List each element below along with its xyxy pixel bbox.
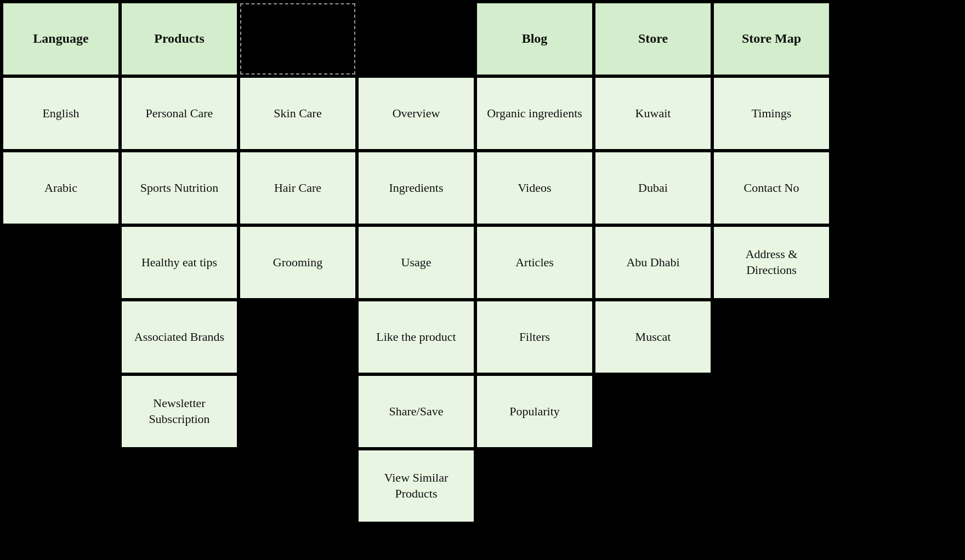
cell-empty-r6c7 bbox=[714, 450, 829, 522]
cell-sports-nutrition[interactable]: Sports Nutrition bbox=[122, 152, 237, 224]
header-store-map[interactable]: Store Map bbox=[714, 3, 829, 75]
cell-usage[interactable]: Usage bbox=[359, 227, 474, 298]
cell-contact-no[interactable]: Contact No bbox=[714, 152, 829, 224]
cell-grooming[interactable]: Grooming bbox=[240, 227, 355, 298]
cell-empty-r4c7 bbox=[714, 301, 829, 373]
cell-empty-r6c3 bbox=[240, 450, 355, 522]
cell-like-the-product[interactable]: Like the product bbox=[359, 301, 474, 373]
cell-associated-brands[interactable]: Associated Brands bbox=[122, 301, 237, 373]
header-blog[interactable]: Blog bbox=[477, 3, 592, 75]
cell-organic-ingredients[interactable]: Organic ingredients bbox=[477, 78, 592, 149]
cell-newsletter-subscription[interactable]: Newsletter Subscription bbox=[122, 376, 237, 447]
cell-empty-r6c6 bbox=[595, 450, 711, 522]
cell-empty-r5c1 bbox=[3, 376, 118, 447]
cell-empty-r6c1 bbox=[3, 450, 118, 522]
nav-sitemap-grid: Language Products Blog Store Store Map E… bbox=[0, 0, 965, 525]
cell-empty-r3c1 bbox=[3, 227, 118, 298]
header-dropdown-indicator bbox=[240, 3, 355, 75]
cell-popularity[interactable]: Popularity bbox=[477, 376, 592, 447]
cell-overview[interactable]: Overview bbox=[359, 78, 474, 149]
cell-kuwait[interactable]: Kuwait bbox=[595, 78, 711, 149]
cell-empty-r6c5 bbox=[477, 450, 592, 522]
cell-english[interactable]: English bbox=[3, 78, 118, 149]
cell-view-similar-products[interactable]: View Similar Products bbox=[359, 450, 474, 522]
cell-empty-r5c7 bbox=[714, 376, 829, 447]
cell-abu-dhabi[interactable]: Abu Dhabi bbox=[595, 227, 711, 298]
cell-empty-r5c6 bbox=[595, 376, 711, 447]
cell-address-directions[interactable]: Address & Directions bbox=[714, 227, 829, 298]
cell-timings[interactable]: Timings bbox=[714, 78, 829, 149]
cell-personal-care[interactable]: Personal Care bbox=[122, 78, 237, 149]
cell-empty-r6c2 bbox=[122, 450, 237, 522]
cell-ingredients[interactable]: Ingredients bbox=[359, 152, 474, 224]
cell-empty-r4c1 bbox=[3, 301, 118, 373]
cell-arabic[interactable]: Arabic bbox=[3, 152, 118, 224]
cell-filters[interactable]: Filters bbox=[477, 301, 592, 373]
cell-empty-r5c3 bbox=[240, 376, 355, 447]
cell-healthy-eat-tips[interactable]: Healthy eat tips bbox=[122, 227, 237, 298]
header-store[interactable]: Store bbox=[595, 3, 711, 75]
cell-share-save[interactable]: Share/Save bbox=[359, 376, 474, 447]
cell-skin-care[interactable]: Skin Care bbox=[240, 78, 355, 149]
header-products[interactable]: Products bbox=[122, 3, 237, 75]
cell-articles[interactable]: Articles bbox=[477, 227, 592, 298]
cell-dubai[interactable]: Dubai bbox=[595, 152, 711, 224]
cell-hair-care[interactable]: Hair Care bbox=[240, 152, 355, 224]
cell-empty-r4c3 bbox=[240, 301, 355, 373]
header-empty-1 bbox=[359, 3, 474, 75]
header-language[interactable]: Language bbox=[3, 3, 118, 75]
cell-muscat[interactable]: Muscat bbox=[595, 301, 711, 373]
cell-videos[interactable]: Videos bbox=[477, 152, 592, 224]
